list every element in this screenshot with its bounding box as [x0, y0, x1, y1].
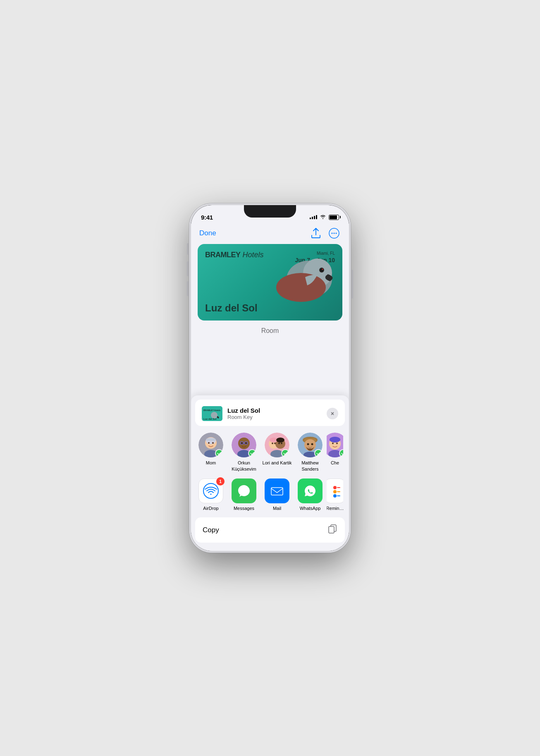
svg-point-37: [276, 438, 284, 443]
svg-point-3: [336, 233, 337, 234]
svg-point-33: [274, 443, 276, 444]
svg-point-35: [281, 443, 282, 444]
room-label: Room: [191, 325, 349, 337]
battery-fill: [330, 215, 337, 219]
svg-point-22: [238, 438, 250, 449]
contact-badge-orkun: [248, 449, 256, 457]
reminders-icon: [327, 478, 343, 503]
contact-name-lori: Lori and Kartik: [263, 460, 292, 466]
volume-down-button: [187, 281, 189, 296]
svg-point-44: [311, 443, 313, 445]
airdrop-icon: 1: [198, 478, 223, 503]
share-thumbnail: BRAMLEY Hotels Luz del Sol: [202, 406, 222, 421]
share-close-button[interactable]: ×: [327, 408, 338, 419]
share-sheet-header: BRAMLEY Hotels Luz del Sol Luz del Sol R…: [195, 400, 345, 426]
volume-up-button: [187, 261, 189, 276]
hotel-bird-illustration: [264, 254, 342, 308]
share-sheet: BRAMLEY Hotels Luz del Sol Luz del Sol R…: [191, 395, 349, 551]
airdrop-badge: 1: [216, 477, 225, 486]
svg-point-1: [332, 233, 333, 234]
silent-switch: [187, 243, 189, 255]
svg-point-43: [307, 443, 309, 445]
contact-avatar-lori: [265, 433, 289, 457]
app-name-airdrop: AirDrop: [203, 506, 218, 511]
svg-rect-19: [206, 438, 216, 441]
svg-rect-62: [329, 526, 334, 533]
apps-row: 1 AirDrop Messages: [191, 475, 349, 514]
screen: 9:41: [191, 205, 349, 551]
main-content: Done: [191, 223, 349, 551]
contact-badge-mom: [215, 449, 223, 457]
hotel-card: BRAMLEY Hotels Miami, FL Jun 7 – Jun 10: [198, 244, 342, 321]
signal-bars-icon: [310, 215, 317, 219]
power-button: [351, 270, 353, 299]
done-button[interactable]: Done: [199, 229, 216, 237]
app-name-messages: Messages: [234, 506, 254, 511]
nav-actions: [309, 227, 341, 240]
share-title-group: Luz del Sol Room Key: [227, 407, 327, 420]
svg-rect-53: [271, 488, 283, 495]
mail-icon: [265, 478, 289, 503]
app-item-whatsapp[interactable]: WhatsApp: [294, 478, 327, 511]
app-name-reminders: Remin…: [327, 506, 343, 511]
top-navigation: Done: [191, 223, 349, 244]
svg-point-9: [276, 273, 326, 302]
status-time: 9:41: [201, 214, 213, 221]
svg-point-2: [334, 233, 335, 234]
contact-item-orkun[interactable]: Orkun Küçüksevim: [227, 433, 260, 472]
more-button[interactable]: [327, 227, 341, 240]
svg-text:Luz del Sol: Luz del Sol: [203, 418, 217, 420]
svg-text:BRAMLEY Hotels: BRAMLEY Hotels: [203, 409, 221, 411]
svg-point-57: [333, 494, 337, 498]
contact-name-orkun: Orkun Küçüksevim: [227, 460, 260, 472]
contact-badge-matthew: [314, 449, 323, 457]
copy-label: Copy: [203, 526, 219, 534]
contact-item-matthew[interactable]: Matthew Sanders: [294, 433, 327, 472]
app-name-whatsapp: WhatsApp: [300, 506, 321, 511]
contact-item-che[interactable]: Che: [327, 433, 343, 472]
hotel-guest-name: Luz del Sol: [205, 302, 258, 314]
whatsapp-icon: [298, 478, 323, 503]
svg-point-48: [332, 443, 334, 444]
messages-icon: [232, 478, 256, 503]
svg-point-18: [212, 442, 214, 444]
contact-item-lori[interactable]: Lori and Kartik: [260, 433, 294, 472]
share-subtitle: Room Key: [227, 414, 327, 420]
svg-point-56: [333, 490, 337, 493]
app-item-reminders[interactable]: Remin…: [327, 478, 343, 511]
svg-point-50: [330, 437, 340, 443]
app-item-messages[interactable]: Messages: [227, 478, 260, 511]
battery-icon: [329, 215, 339, 220]
contact-item-mom[interactable]: Mom: [194, 433, 227, 472]
contact-name-mom: Mom: [206, 460, 216, 466]
contact-avatar-orkun: [232, 433, 256, 457]
contacts-row: Mom: [191, 426, 349, 475]
app-item-airdrop[interactable]: 1 AirDrop: [194, 478, 227, 511]
share-title: Luz del Sol: [227, 407, 327, 414]
phone-device: 9:41: [189, 203, 351, 553]
wifi-icon: [320, 214, 326, 220]
status-bar: 9:41: [191, 205, 349, 223]
svg-point-55: [333, 486, 337, 489]
phone-frame: 9:41: [191, 205, 349, 551]
contact-badge-lori: [281, 449, 289, 457]
status-icons: [310, 214, 339, 220]
contact-avatar-matthew: [298, 433, 323, 457]
copy-button[interactable]: Copy: [195, 517, 345, 543]
contact-avatar-mom: [198, 433, 223, 457]
contact-avatar-che: [327, 433, 343, 457]
svg-point-17: [208, 442, 210, 444]
copy-icon: [327, 524, 337, 536]
svg-point-8: [322, 269, 323, 270]
svg-point-34: [278, 443, 280, 444]
hotel-brand: BRAMLEY Hotels: [205, 251, 264, 259]
app-item-mail[interactable]: Mail: [260, 478, 294, 511]
contact-name-che: Che: [331, 460, 339, 466]
svg-point-32: [272, 443, 273, 444]
svg-point-49: [336, 443, 338, 444]
contact-name-matthew: Matthew Sanders: [294, 460, 327, 472]
share-button[interactable]: [309, 227, 323, 240]
app-name-mail: Mail: [273, 506, 281, 511]
